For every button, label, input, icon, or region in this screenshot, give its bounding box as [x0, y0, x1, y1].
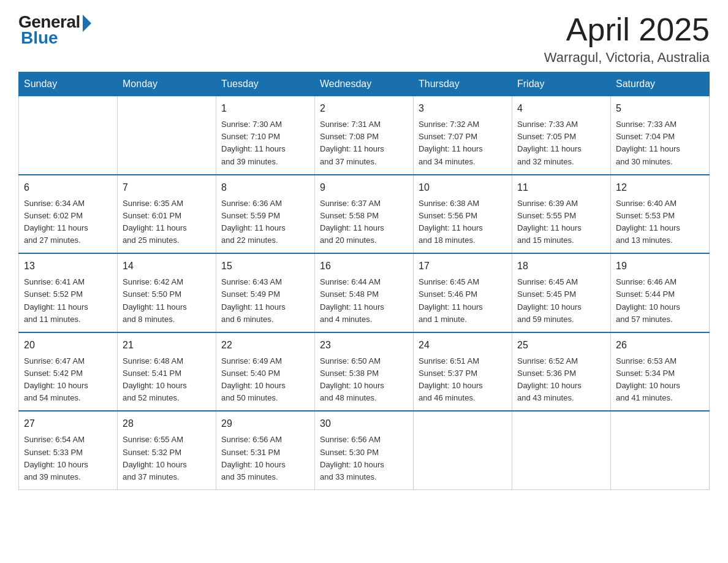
- calendar-cell: 22Sunrise: 6:49 AM Sunset: 5:40 PM Dayli…: [216, 332, 315, 412]
- calendar-cell: 18Sunrise: 6:45 AM Sunset: 5:45 PM Dayli…: [512, 253, 611, 332]
- calendar-cell: 25Sunrise: 6:52 AM Sunset: 5:36 PM Dayli…: [512, 332, 611, 412]
- day-number: 24: [419, 338, 507, 353]
- calendar-cell: 12Sunrise: 6:40 AM Sunset: 5:53 PM Dayli…: [611, 175, 710, 254]
- calendar-title: April 2025: [544, 12, 710, 47]
- calendar-cell: 27Sunrise: 6:54 AM Sunset: 5:33 PM Dayli…: [19, 411, 118, 489]
- day-info: Sunrise: 6:45 AM Sunset: 5:46 PM Dayligh…: [419, 276, 507, 326]
- day-number: 8: [221, 180, 309, 195]
- day-number: 28: [123, 416, 211, 431]
- day-number: 15: [221, 259, 309, 274]
- day-number: 2: [320, 101, 408, 116]
- calendar-cell: 10Sunrise: 6:38 AM Sunset: 5:56 PM Dayli…: [414, 175, 512, 254]
- logo-blue-text: Blue: [21, 28, 58, 48]
- day-info: Sunrise: 7:30 AM Sunset: 7:10 PM Dayligh…: [221, 118, 309, 168]
- calendar-cell: 19Sunrise: 6:46 AM Sunset: 5:44 PM Dayli…: [611, 253, 710, 332]
- calendar-cell: 24Sunrise: 6:51 AM Sunset: 5:37 PM Dayli…: [414, 332, 512, 412]
- day-info: Sunrise: 6:51 AM Sunset: 5:37 PM Dayligh…: [419, 355, 507, 405]
- day-number: 12: [616, 180, 704, 195]
- day-of-week-header: Saturday: [611, 72, 710, 96]
- day-of-week-header: Monday: [118, 72, 216, 96]
- calendar-week-row: 6Sunrise: 6:34 AM Sunset: 6:02 PM Daylig…: [19, 175, 710, 254]
- calendar-cell: 23Sunrise: 6:50 AM Sunset: 5:38 PM Dayli…: [315, 332, 414, 412]
- calendar-cell: 16Sunrise: 6:44 AM Sunset: 5:48 PM Dayli…: [315, 253, 414, 332]
- calendar-cell: 29Sunrise: 6:56 AM Sunset: 5:31 PM Dayli…: [216, 411, 315, 489]
- calendar-cell: 4Sunrise: 7:33 AM Sunset: 7:05 PM Daylig…: [512, 96, 611, 175]
- calendar-cell: 17Sunrise: 6:45 AM Sunset: 5:46 PM Dayli…: [414, 253, 512, 332]
- calendar-cell: 11Sunrise: 6:39 AM Sunset: 5:55 PM Dayli…: [512, 175, 611, 254]
- calendar-cell: 13Sunrise: 6:41 AM Sunset: 5:52 PM Dayli…: [19, 253, 118, 332]
- calendar-cell: 3Sunrise: 7:32 AM Sunset: 7:07 PM Daylig…: [414, 96, 512, 175]
- day-of-week-header: Sunday: [19, 72, 118, 96]
- day-number: 26: [616, 338, 704, 353]
- day-info: Sunrise: 6:40 AM Sunset: 5:53 PM Dayligh…: [616, 197, 704, 247]
- day-number: 19: [616, 259, 704, 274]
- day-info: Sunrise: 6:35 AM Sunset: 6:01 PM Dayligh…: [123, 197, 211, 247]
- day-info: Sunrise: 6:56 AM Sunset: 5:31 PM Dayligh…: [221, 434, 309, 483]
- calendar-cell: [611, 411, 710, 489]
- day-number: 30: [320, 416, 408, 431]
- day-number: 14: [123, 259, 211, 274]
- day-info: Sunrise: 6:36 AM Sunset: 5:59 PM Dayligh…: [221, 197, 309, 247]
- day-info: Sunrise: 6:56 AM Sunset: 5:30 PM Dayligh…: [320, 434, 408, 483]
- day-info: Sunrise: 7:33 AM Sunset: 7:05 PM Dayligh…: [517, 118, 605, 168]
- day-number: 6: [24, 180, 112, 195]
- day-info: Sunrise: 6:55 AM Sunset: 5:32 PM Dayligh…: [123, 434, 211, 483]
- calendar-week-row: 27Sunrise: 6:54 AM Sunset: 5:33 PM Dayli…: [19, 411, 710, 489]
- page-header: General Blue April 2025 Warragul, Victor…: [18, 12, 710, 66]
- day-info: Sunrise: 6:38 AM Sunset: 5:56 PM Dayligh…: [419, 197, 507, 247]
- day-info: Sunrise: 7:31 AM Sunset: 7:08 PM Dayligh…: [320, 118, 408, 168]
- day-info: Sunrise: 6:34 AM Sunset: 6:02 PM Dayligh…: [24, 197, 112, 247]
- day-info: Sunrise: 6:41 AM Sunset: 5:52 PM Dayligh…: [24, 276, 112, 326]
- day-info: Sunrise: 6:39 AM Sunset: 5:55 PM Dayligh…: [517, 197, 605, 247]
- day-number: 16: [320, 259, 408, 274]
- day-info: Sunrise: 6:46 AM Sunset: 5:44 PM Dayligh…: [616, 276, 704, 326]
- day-number: 4: [517, 101, 605, 116]
- calendar-cell: 9Sunrise: 6:37 AM Sunset: 5:58 PM Daylig…: [315, 175, 414, 254]
- calendar-cell: 7Sunrise: 6:35 AM Sunset: 6:01 PM Daylig…: [118, 175, 216, 254]
- day-number: 20: [24, 338, 112, 353]
- calendar-cell: 1Sunrise: 7:30 AM Sunset: 7:10 PM Daylig…: [216, 96, 315, 175]
- day-of-week-header: Friday: [512, 72, 611, 96]
- calendar-week-row: 1Sunrise: 7:30 AM Sunset: 7:10 PM Daylig…: [19, 96, 710, 175]
- day-number: 5: [616, 101, 704, 116]
- day-number: 18: [517, 259, 605, 274]
- calendar-cell: [118, 96, 216, 175]
- day-info: Sunrise: 6:47 AM Sunset: 5:42 PM Dayligh…: [24, 355, 112, 405]
- day-number: 21: [123, 338, 211, 353]
- day-info: Sunrise: 7:32 AM Sunset: 7:07 PM Dayligh…: [419, 118, 507, 168]
- day-number: 11: [517, 180, 605, 195]
- calendar-table: SundayMondayTuesdayWednesdayThursdayFrid…: [18, 72, 710, 490]
- day-info: Sunrise: 6:37 AM Sunset: 5:58 PM Dayligh…: [320, 197, 408, 247]
- calendar-cell: 20Sunrise: 6:47 AM Sunset: 5:42 PM Dayli…: [19, 332, 118, 412]
- day-info: Sunrise: 6:44 AM Sunset: 5:48 PM Dayligh…: [320, 276, 408, 326]
- day-number: 3: [419, 101, 507, 116]
- calendar-cell: 28Sunrise: 6:55 AM Sunset: 5:32 PM Dayli…: [118, 411, 216, 489]
- day-number: 27: [24, 416, 112, 431]
- calendar-week-row: 20Sunrise: 6:47 AM Sunset: 5:42 PM Dayli…: [19, 332, 710, 412]
- calendar-location: Warragul, Victoria, Australia: [544, 50, 710, 66]
- calendar-cell: 2Sunrise: 7:31 AM Sunset: 7:08 PM Daylig…: [315, 96, 414, 175]
- day-of-week-header: Wednesday: [315, 72, 414, 96]
- day-info: Sunrise: 6:48 AM Sunset: 5:41 PM Dayligh…: [123, 355, 211, 405]
- day-info: Sunrise: 6:45 AM Sunset: 5:45 PM Dayligh…: [517, 276, 605, 326]
- day-number: 7: [123, 180, 211, 195]
- day-of-week-header: Tuesday: [216, 72, 315, 96]
- day-number: 1: [221, 101, 309, 116]
- day-of-week-header: Thursday: [414, 72, 512, 96]
- day-info: Sunrise: 7:33 AM Sunset: 7:04 PM Dayligh…: [616, 118, 704, 168]
- calendar-header-row: SundayMondayTuesdayWednesdayThursdayFrid…: [19, 72, 710, 96]
- logo-arrow-icon: [83, 15, 91, 32]
- title-block: April 2025 Warragul, Victoria, Australia: [544, 12, 710, 66]
- calendar-cell: 30Sunrise: 6:56 AM Sunset: 5:30 PM Dayli…: [315, 411, 414, 489]
- calendar-cell: 5Sunrise: 7:33 AM Sunset: 7:04 PM Daylig…: [611, 96, 710, 175]
- day-info: Sunrise: 6:43 AM Sunset: 5:49 PM Dayligh…: [221, 276, 309, 326]
- logo: General Blue: [18, 12, 91, 48]
- day-number: 17: [419, 259, 507, 274]
- day-number: 13: [24, 259, 112, 274]
- day-number: 29: [221, 416, 309, 431]
- day-info: Sunrise: 6:49 AM Sunset: 5:40 PM Dayligh…: [221, 355, 309, 405]
- day-info: Sunrise: 6:53 AM Sunset: 5:34 PM Dayligh…: [616, 355, 704, 405]
- day-info: Sunrise: 6:52 AM Sunset: 5:36 PM Dayligh…: [517, 355, 605, 405]
- day-info: Sunrise: 6:42 AM Sunset: 5:50 PM Dayligh…: [123, 276, 211, 326]
- day-number: 22: [221, 338, 309, 353]
